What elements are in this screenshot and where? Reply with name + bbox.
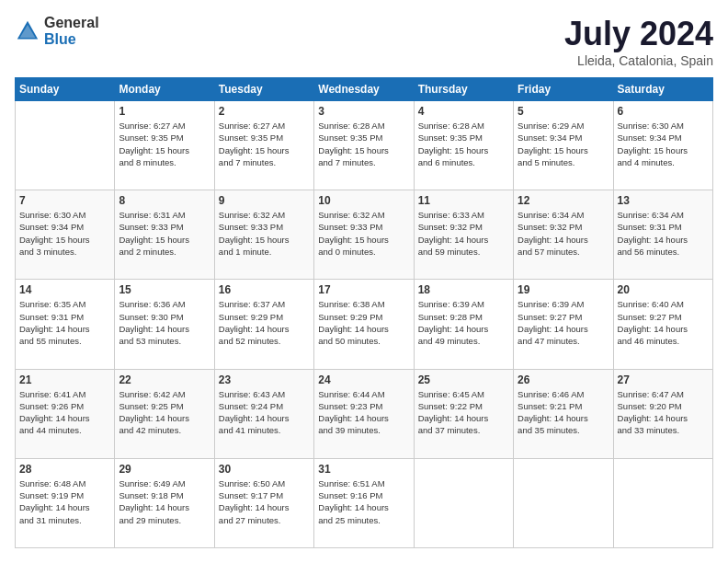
calendar-cell: 7Sunrise: 6:30 AM Sunset: 9:34 PM Daylig… [16,190,115,280]
day-info: Sunrise: 6:41 AM Sunset: 9:26 PM Dayligh… [19,388,110,437]
calendar-cell: 14Sunrise: 6:35 AM Sunset: 9:31 PM Dayli… [16,280,115,369]
day-number: 23 [219,373,310,386]
day-number: 13 [618,194,709,207]
day-info: Sunrise: 6:37 AM Sunset: 9:29 PM Dayligh… [219,298,310,347]
calendar-cell: 4Sunrise: 6:28 AM Sunset: 9:35 PM Daylig… [414,101,513,190]
day-number: 6 [618,105,709,118]
day-number: 27 [618,373,709,386]
day-number: 22 [119,373,210,386]
page: General Blue July 2024 Lleida, Catalonia… [0,0,728,563]
day-info: Sunrise: 6:31 AM Sunset: 9:33 PM Dayligh… [119,209,210,258]
week-row-1: 1Sunrise: 6:27 AM Sunset: 9:35 PM Daylig… [16,101,713,190]
calendar-cell [414,458,513,547]
calendar-body: 1Sunrise: 6:27 AM Sunset: 9:35 PM Daylig… [16,101,713,548]
day-number: 30 [219,463,310,476]
day-info: Sunrise: 6:32 AM Sunset: 9:33 PM Dayligh… [318,209,409,258]
calendar-cell: 23Sunrise: 6:43 AM Sunset: 9:24 PM Dayli… [214,369,313,458]
day-number: 11 [418,194,509,207]
day-info: Sunrise: 6:38 AM Sunset: 9:29 PM Dayligh… [318,298,409,347]
calendar-cell: 1Sunrise: 6:27 AM Sunset: 9:35 PM Daylig… [115,101,214,190]
day-info: Sunrise: 6:30 AM Sunset: 9:34 PM Dayligh… [19,209,110,258]
calendar-cell: 18Sunrise: 6:39 AM Sunset: 9:28 PM Dayli… [414,280,513,369]
day-number: 8 [119,194,210,207]
calendar-cell: 27Sunrise: 6:47 AM Sunset: 9:20 PM Dayli… [613,369,712,458]
day-info: Sunrise: 6:28 AM Sunset: 9:35 PM Dayligh… [318,120,409,168]
day-info: Sunrise: 6:42 AM Sunset: 9:25 PM Dayligh… [119,388,210,437]
location: Lleida, Catalonia, Spain [564,53,713,68]
day-info: Sunrise: 6:36 AM Sunset: 9:30 PM Dayligh… [119,298,210,347]
day-info: Sunrise: 6:48 AM Sunset: 9:19 PM Dayligh… [19,477,110,526]
day-info: Sunrise: 6:34 AM Sunset: 9:31 PM Dayligh… [618,209,709,258]
header-row: SundayMondayTuesdayWednesdayThursdayFrid… [16,78,713,101]
calendar-cell [16,101,115,190]
calendar-cell: 11Sunrise: 6:33 AM Sunset: 9:32 PM Dayli… [414,190,513,280]
calendar-table: SundayMondayTuesdayWednesdayThursdayFrid… [15,77,713,548]
header: General Blue July 2024 Lleida, Catalonia… [15,15,713,68]
calendar-cell: 30Sunrise: 6:50 AM Sunset: 9:17 PM Dayli… [214,458,313,547]
calendar-cell: 6Sunrise: 6:30 AM Sunset: 9:34 PM Daylig… [613,101,712,190]
day-number: 25 [418,373,509,386]
day-number: 31 [318,463,409,476]
day-number: 16 [219,283,310,296]
calendar-cell: 13Sunrise: 6:34 AM Sunset: 9:31 PM Dayli… [613,190,712,280]
calendar-cell: 19Sunrise: 6:39 AM Sunset: 9:27 PM Dayli… [514,280,613,369]
day-number: 14 [19,283,110,296]
calendar-cell: 31Sunrise: 6:51 AM Sunset: 9:16 PM Dayli… [314,458,414,547]
month-title: July 2024 [564,15,713,53]
day-number: 18 [418,283,509,296]
day-info: Sunrise: 6:49 AM Sunset: 9:18 PM Dayligh… [119,477,210,526]
day-info: Sunrise: 6:34 AM Sunset: 9:32 PM Dayligh… [518,209,609,258]
day-number: 7 [19,194,110,207]
day-number: 28 [19,463,110,476]
day-info: Sunrise: 6:30 AM Sunset: 9:34 PM Dayligh… [618,120,709,168]
calendar-cell: 10Sunrise: 6:32 AM Sunset: 9:33 PM Dayli… [314,190,414,280]
calendar-cell: 5Sunrise: 6:29 AM Sunset: 9:34 PM Daylig… [514,101,613,190]
logo-blue: Blue [44,31,99,48]
calendar-cell: 8Sunrise: 6:31 AM Sunset: 9:33 PM Daylig… [115,190,214,280]
calendar-cell: 25Sunrise: 6:45 AM Sunset: 9:22 PM Dayli… [414,369,513,458]
day-info: Sunrise: 6:40 AM Sunset: 9:27 PM Dayligh… [618,298,709,347]
calendar-cell: 9Sunrise: 6:32 AM Sunset: 9:33 PM Daylig… [214,190,313,280]
header-day-monday: Monday [115,78,214,101]
calendar-cell [514,458,613,547]
calendar-cell: 17Sunrise: 6:38 AM Sunset: 9:29 PM Dayli… [314,280,414,369]
header-day-tuesday: Tuesday [214,78,313,101]
calendar-cell [613,458,712,547]
day-number: 5 [518,105,609,118]
logo: General Blue [15,15,99,47]
calendar-cell: 22Sunrise: 6:42 AM Sunset: 9:25 PM Dayli… [115,369,214,458]
calendar-cell: 12Sunrise: 6:34 AM Sunset: 9:32 PM Dayli… [514,190,613,280]
day-number: 9 [219,194,310,207]
calendar-cell: 21Sunrise: 6:41 AM Sunset: 9:26 PM Dayli… [16,369,115,458]
day-number: 19 [518,283,609,296]
day-info: Sunrise: 6:27 AM Sunset: 9:35 PM Dayligh… [219,120,310,168]
calendar-cell: 15Sunrise: 6:36 AM Sunset: 9:30 PM Dayli… [115,280,214,369]
week-row-4: 21Sunrise: 6:41 AM Sunset: 9:26 PM Dayli… [16,369,713,458]
day-info: Sunrise: 6:33 AM Sunset: 9:32 PM Dayligh… [418,209,509,258]
day-info: Sunrise: 6:29 AM Sunset: 9:34 PM Dayligh… [518,120,609,168]
calendar-cell: 28Sunrise: 6:48 AM Sunset: 9:19 PM Dayli… [16,458,115,547]
header-day-friday: Friday [514,78,613,101]
day-number: 12 [518,194,609,207]
day-number: 3 [318,105,409,118]
day-number: 29 [119,463,210,476]
day-number: 15 [119,283,210,296]
title-block: July 2024 Lleida, Catalonia, Spain [564,15,713,68]
header-day-saturday: Saturday [613,78,712,101]
week-row-2: 7Sunrise: 6:30 AM Sunset: 9:34 PM Daylig… [16,190,713,280]
day-number: 21 [19,373,110,386]
header-day-wednesday: Wednesday [314,78,414,101]
week-row-3: 14Sunrise: 6:35 AM Sunset: 9:31 PM Dayli… [16,280,713,369]
day-number: 4 [418,105,509,118]
day-info: Sunrise: 6:47 AM Sunset: 9:20 PM Dayligh… [618,388,709,437]
day-number: 1 [119,105,210,118]
logo-icon [15,18,40,44]
calendar-cell: 29Sunrise: 6:49 AM Sunset: 9:18 PM Dayli… [115,458,214,547]
day-number: 17 [318,283,409,296]
day-number: 2 [219,105,310,118]
calendar-cell: 20Sunrise: 6:40 AM Sunset: 9:27 PM Dayli… [613,280,712,369]
day-info: Sunrise: 6:32 AM Sunset: 9:33 PM Dayligh… [219,209,310,258]
day-info: Sunrise: 6:51 AM Sunset: 9:16 PM Dayligh… [318,477,409,526]
day-info: Sunrise: 6:45 AM Sunset: 9:22 PM Dayligh… [418,388,509,437]
day-info: Sunrise: 6:35 AM Sunset: 9:31 PM Dayligh… [19,298,110,347]
